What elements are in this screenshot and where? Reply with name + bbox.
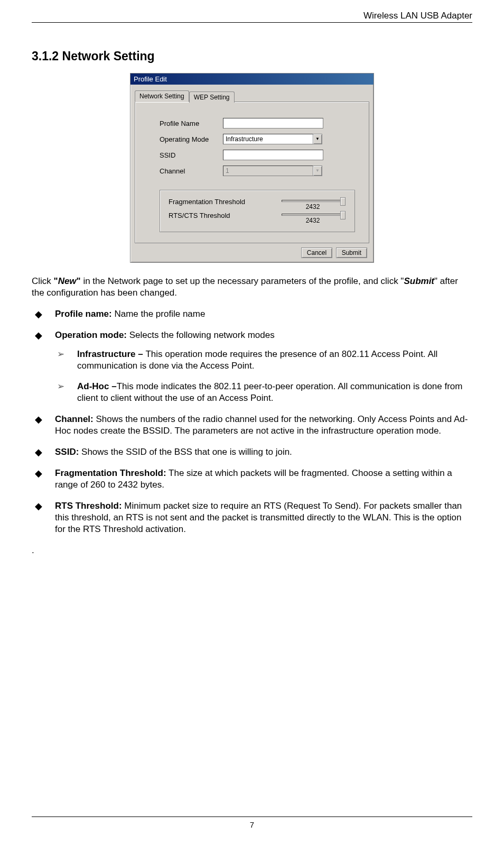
frag-value: 2432 (279, 203, 346, 210)
text: in the Network page to set up the necess… (81, 276, 404, 286)
bullet-text: Shows the numbers of the radio channel u… (55, 414, 468, 436)
product-name: Wireless LAN USB Adapter (363, 11, 472, 21)
bullet-text: Shows the SSID of the BSS that one is wi… (79, 447, 292, 457)
slider-frag-threshold[interactable]: 2432 (279, 197, 346, 210)
bullet-text: Name the profile name (112, 309, 206, 319)
row-ssid: SSID (160, 150, 355, 160)
bullet-label: Ad-Hoc – (77, 381, 117, 391)
intro-paragraph: Click "New" in the Network page to set u… (32, 276, 472, 299)
row-rts-threshold: RTS/CTS Threshold 2432 (169, 210, 346, 224)
row-frag-threshold: Fragmentation Threshold 2432 (169, 197, 346, 210)
section-heading: 3.1.2 Network Setting (32, 49, 472, 63)
row-profile-name: Profile Name (160, 118, 355, 129)
sub-bullet-list: Infrastructure – This operation mode req… (55, 348, 472, 403)
bullet-label: SSID: (55, 447, 79, 457)
rts-value: 2432 (279, 217, 346, 224)
bullet-list: Profile name: Name the profile name Oper… (32, 308, 472, 535)
bullet-operation-mode: Operation mode: Selects the following ne… (32, 329, 472, 403)
submit-button[interactable]: Submit (336, 247, 367, 258)
label-channel: Channel (160, 167, 223, 175)
slider-thumb-icon[interactable] (340, 211, 346, 219)
input-profile-name[interactable] (223, 118, 323, 129)
text: Click (32, 276, 54, 286)
label-ssid: SSID (160, 151, 223, 159)
bullet-label: Fragmentation Threshold: (55, 468, 166, 478)
bullet-frag-threshold: Fragmentation Threshold: The size at whi… (32, 467, 472, 491)
tab-wep-setting[interactable]: WEP Setting (189, 91, 235, 103)
bullet-channel: Channel: Shows the numbers of the radio … (32, 414, 472, 437)
bullet-profile-name: Profile name: Name the profile name (32, 308, 472, 320)
bullet-rts-threshold: RTS Threshold: Minimum packet size to re… (32, 500, 472, 535)
document-page: Wireless LAN USB Adapter 3.1.2 Network S… (0, 0, 504, 844)
trailing-dot: . (32, 545, 472, 556)
bullet-label: Profile name: (55, 309, 112, 319)
tab-page-network: Profile Name Operating Mode Infrastructu… (135, 102, 369, 243)
bullet-label: Infrastructure – (77, 349, 145, 359)
chevron-down-icon[interactable]: ▼ (313, 134, 322, 144)
bullet-text: This mode indicates the 802.11 peer-to-p… (77, 381, 462, 403)
label-frag-threshold: Fragmentation Threshold (169, 197, 279, 206)
bullet-text: Selects the following network modes (127, 330, 275, 340)
label-rts-threshold: RTS/CTS Threshold (169, 210, 279, 219)
dialog-titlebar: Profile Edit (130, 74, 374, 85)
page-number: 7 (32, 817, 472, 829)
tab-network-setting[interactable]: Network Setting (135, 90, 189, 102)
dialog-body: Network Setting WEP Setting Profile Name… (130, 85, 374, 262)
thresholds-group: Fragmentation Threshold 2432 RTS/CTS Thr… (160, 190, 355, 232)
slider-rts-threshold[interactable]: 2432 (279, 210, 346, 224)
slider-track (282, 214, 344, 216)
chevron-down-icon: ▼ (313, 166, 322, 176)
bullet-label: Channel: (55, 414, 94, 424)
input-ssid[interactable] (223, 150, 323, 160)
slider-thumb-icon[interactable] (340, 197, 346, 206)
slider-track (282, 200, 344, 202)
label-profile-name: Profile Name (160, 120, 223, 127)
row-operating-mode: Operating Mode Infrastructure ▼ (160, 134, 355, 144)
dialog-button-row: Cancel Submit (135, 247, 369, 258)
row-channel: Channel 1 ▼ (160, 166, 355, 176)
page-header: Wireless LAN USB Adapter (32, 11, 472, 23)
tab-row: Network Setting WEP Setting (135, 90, 369, 102)
sub-bullet-infrastructure: Infrastructure – This operation mode req… (55, 348, 472, 372)
combo-operating-mode-value: Infrastructure (223, 134, 313, 144)
text: Submit (404, 276, 434, 286)
bullet-label: RTS Threshold: (55, 501, 122, 511)
dialog-screenshot: Profile Edit Network Setting WEP Setting… (32, 73, 472, 263)
profile-edit-dialog: Profile Edit Network Setting WEP Setting… (130, 73, 374, 263)
text: "New" (54, 276, 81, 286)
combo-channel: 1 ▼ (223, 166, 322, 176)
sub-bullet-adhoc: Ad-Hoc –This mode indicates the 802.11 p… (55, 381, 472, 404)
bullet-label: Operation mode: (55, 330, 127, 340)
bullet-ssid: SSID: Shows the SSID of the BSS that one… (32, 446, 472, 458)
combo-channel-value: 1 (223, 166, 313, 176)
combo-operating-mode[interactable]: Infrastructure ▼ (223, 134, 322, 144)
cancel-button[interactable]: Cancel (301, 247, 332, 258)
label-operating-mode: Operating Mode (160, 135, 223, 143)
